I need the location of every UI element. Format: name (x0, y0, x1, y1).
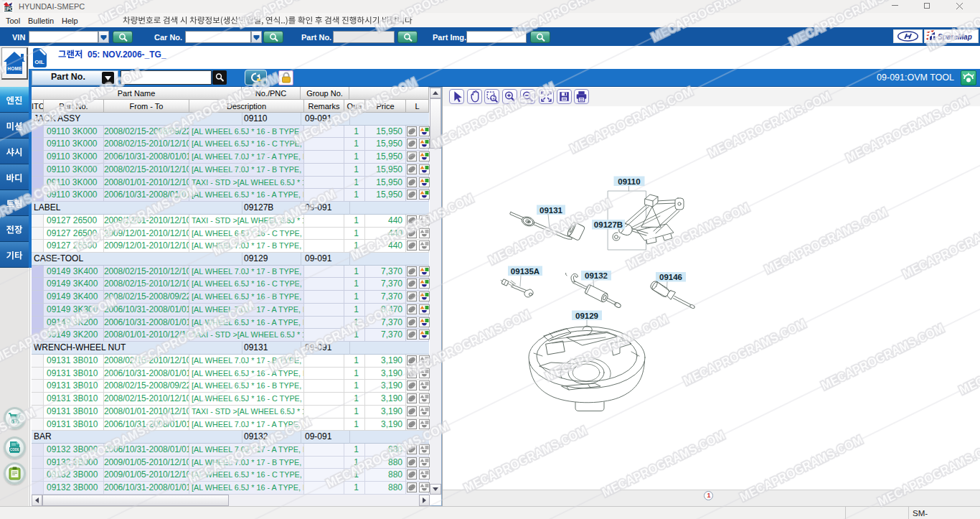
svg-text:09132: 09132 (585, 271, 608, 280)
svg-text:09146: 09146 (659, 273, 682, 281)
svg-text:09127B: 09127B (594, 220, 623, 229)
svg-text:09110: 09110 (618, 177, 640, 186)
svg-text:SpareMap: SpareMap (938, 33, 972, 41)
svg-text:09135A: 09135A (511, 267, 540, 276)
svg-text:09131: 09131 (540, 206, 563, 215)
svg-text:09129: 09129 (575, 312, 598, 320)
svg-text:CODE: CODE (10, 448, 19, 452)
